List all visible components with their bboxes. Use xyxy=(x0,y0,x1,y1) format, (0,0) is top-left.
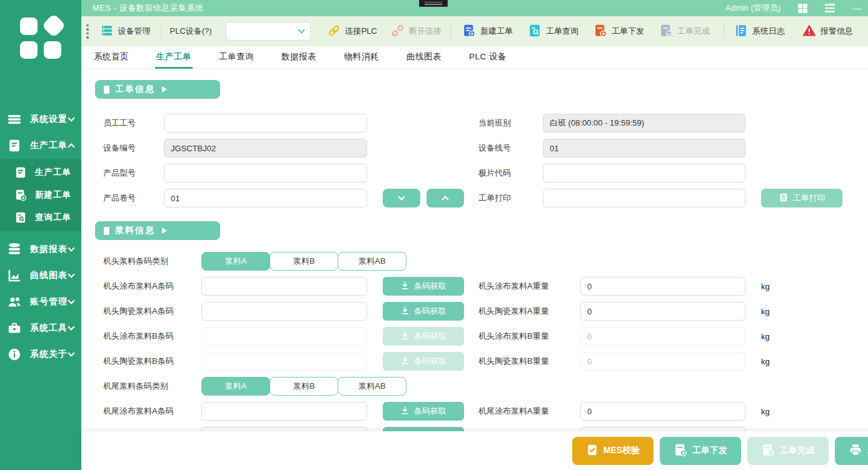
tab-production-order[interactable]: 生产工单 xyxy=(155,46,193,69)
order-finish-label: 工单完成 xyxy=(780,445,815,456)
sidebar-item-system-tools[interactable]: 系统工具 xyxy=(0,315,81,341)
order-send-button-bottom[interactable]: 工单下发 xyxy=(660,437,741,465)
tail-coating-a-barcode-input[interactable] xyxy=(201,402,367,421)
head-slurry-ab-button[interactable]: 浆料AB xyxy=(338,252,406,271)
order-query-button[interactable]: 工单查询 xyxy=(528,24,578,39)
order-print-button[interactable]: 工单打印 xyxy=(761,189,842,208)
order-print-label: 工单打印 xyxy=(478,192,543,204)
tail-slurry-b-button[interactable]: 浆料B xyxy=(270,377,338,396)
head-ceramic-a-barcode-input[interactable] xyxy=(201,302,367,321)
sidebar-item-label: 生产工单 xyxy=(30,140,69,151)
document-check-icon xyxy=(659,24,673,39)
sidebar-item-system-settings[interactable]: 系统设置 xyxy=(0,106,81,132)
head-coating-b-barcode-input[interactable] xyxy=(201,327,367,346)
system-log-button[interactable]: 系统日志 xyxy=(734,24,785,39)
barcode-fetch-button[interactable]: 条码获取 xyxy=(383,277,464,296)
tail-slurry-a-button[interactable]: 浆料A xyxy=(201,377,270,396)
tabbar: 系统首页 生产工单 工单查询 数据报表 物料消耗 曲线图表 PLC 设备 xyxy=(81,46,868,69)
mes-check-label: MES校验 xyxy=(603,445,640,456)
order-finish-label: 工单完成 xyxy=(677,26,710,37)
tab-curve-chart[interactable]: 曲线图表 xyxy=(405,46,443,69)
download-icon xyxy=(400,331,410,342)
tab-material-consumption[interactable]: 物料消耗 xyxy=(343,46,380,69)
device-line-input[interactable] xyxy=(543,139,745,158)
windows-logo-icon[interactable] xyxy=(798,4,807,13)
tail-slurry-ab-button[interactable]: 浆料AB xyxy=(338,377,406,396)
broken-link-icon xyxy=(391,24,405,39)
form-row: 机尾涂布浆料A条码 条码获取 机尾涂布浆料A重量 kg xyxy=(103,399,868,424)
sidebar-item-data-report[interactable]: 数据报表 xyxy=(0,236,81,262)
submenu-item-production-order[interactable]: 生产工单 xyxy=(0,161,81,184)
sidebar-item-production-order[interactable]: 生产工单 xyxy=(0,132,81,159)
tail-coating-a-weight-input[interactable] xyxy=(580,402,745,421)
head-slurry-b-button[interactable]: 浆料B xyxy=(270,252,338,271)
unit-label: kg xyxy=(761,407,770,416)
head-coating-a-barcode-input[interactable] xyxy=(201,277,367,296)
order-send-button[interactable]: 工单下发 xyxy=(593,24,644,39)
document-search-icon xyxy=(528,24,542,39)
tab-data-report[interactable]: 数据报表 xyxy=(280,46,318,69)
disconnect-plc-button[interactable]: 断开连接 xyxy=(391,24,442,39)
submenu-item-query-order[interactable]: 查询工单 xyxy=(0,206,81,229)
slurry-info-section-header[interactable]: 浆料信息 xyxy=(95,221,220,240)
current-shift-input[interactable] xyxy=(543,114,745,132)
head-slurry-category-label: 机头浆料条码类别 xyxy=(103,256,201,267)
product-model-label: 产品型号 xyxy=(103,168,164,179)
toolbar-drag-handle[interactable] xyxy=(86,24,89,39)
head-ceramic-b-weight-input[interactable] xyxy=(580,352,745,371)
submenu-item-new-order[interactable]: 新建工单 xyxy=(0,184,81,206)
tail-slurry-category-group: 浆料A 浆料B 浆料AB xyxy=(201,377,406,396)
barcode-fetch-button-disabled[interactable]: 条码获取 xyxy=(383,327,464,346)
order-send-label: 工单下发 xyxy=(612,26,644,37)
form-row: 机尾浆料条码类别 浆料A 浆料B 浆料AB xyxy=(103,374,868,399)
tail-slurry-category-label: 机尾浆料条码类别 xyxy=(103,381,201,392)
barcode-fetch-button[interactable]: 条码获取 xyxy=(383,402,464,421)
form-row: 机头涂布浆料B条码 条码获取 机头涂布浆料B重量 kg xyxy=(103,324,868,349)
product-model-input[interactable] xyxy=(164,164,367,182)
info-icon xyxy=(6,347,23,362)
section-square-icon xyxy=(104,86,109,94)
barcode-fetch-button-disabled[interactable]: 条码获取 xyxy=(383,352,464,371)
minimize-button[interactable]: — xyxy=(852,4,861,12)
order-finish-button-bottom[interactable]: 工单完成 xyxy=(747,437,829,465)
head-slurry-a-button[interactable]: 浆料A xyxy=(201,252,270,271)
order-finish-button[interactable]: 工单完成 xyxy=(659,24,710,39)
document-icon xyxy=(6,139,23,152)
product-roll-input[interactable] xyxy=(164,189,367,208)
barcode-fetch-label: 条码获取 xyxy=(414,281,447,292)
device-no-input[interactable] xyxy=(164,139,367,158)
weight-label: 机头陶瓷浆料A重量 xyxy=(478,306,580,317)
alarm-info-button[interactable]: 报警信息 xyxy=(802,24,853,39)
roll-increment-button[interactable] xyxy=(426,189,464,208)
tab-plc-device[interactable]: PLC 设备 xyxy=(468,46,508,69)
tab-order-query[interactable]: 工单查询 xyxy=(218,46,255,69)
mes-check-button[interactable]: MES校验 xyxy=(572,437,654,465)
plc-device-select[interactable] xyxy=(226,22,311,41)
head-ceramic-a-weight-input[interactable] xyxy=(580,302,745,321)
head-ceramic-b-barcode-input[interactable] xyxy=(201,352,367,371)
tab-system-home[interactable]: 系统首页 xyxy=(93,46,130,69)
roll-decrement-button[interactable] xyxy=(383,189,420,208)
order-print-input[interactable] xyxy=(543,189,745,208)
chevron-down-icon xyxy=(68,114,74,121)
barcode-fetch-button[interactable]: 条码获取 xyxy=(383,302,464,321)
barcode-label: 机头涂布浆料B条码 xyxy=(103,331,201,342)
device-manage-button[interactable]: 设备管理 xyxy=(100,24,151,39)
electrode-code-input[interactable] xyxy=(543,164,745,182)
head-coating-b-weight-input[interactable] xyxy=(580,327,745,346)
submenu-item-label: 生产工单 xyxy=(35,167,71,178)
sidebar-item-label: 曲线图表 xyxy=(30,270,69,281)
employee-id-input[interactable] xyxy=(164,114,367,132)
order-print-button-bottom[interactable]: 工单打印 xyxy=(835,437,868,465)
window-menu-icon[interactable] xyxy=(825,4,835,12)
sidebar-item-account-manage[interactable]: 账号管理 xyxy=(0,289,81,315)
book-icon xyxy=(734,24,748,39)
connect-plc-button[interactable]: 连接PLC xyxy=(327,24,377,39)
sidebar-item-curve-chart[interactable]: 曲线图表 xyxy=(0,262,81,289)
head-coating-a-weight-input[interactable] xyxy=(580,277,745,296)
weight-label: 机尾涂布浆料A重量 xyxy=(478,406,580,417)
order-info-section-header[interactable]: 工单信息 xyxy=(95,80,220,99)
sidebar-item-system-about[interactable]: 系统关于 xyxy=(0,341,81,368)
chevron-down-icon xyxy=(68,297,74,304)
new-order-button[interactable]: 新建工单 xyxy=(462,24,513,39)
